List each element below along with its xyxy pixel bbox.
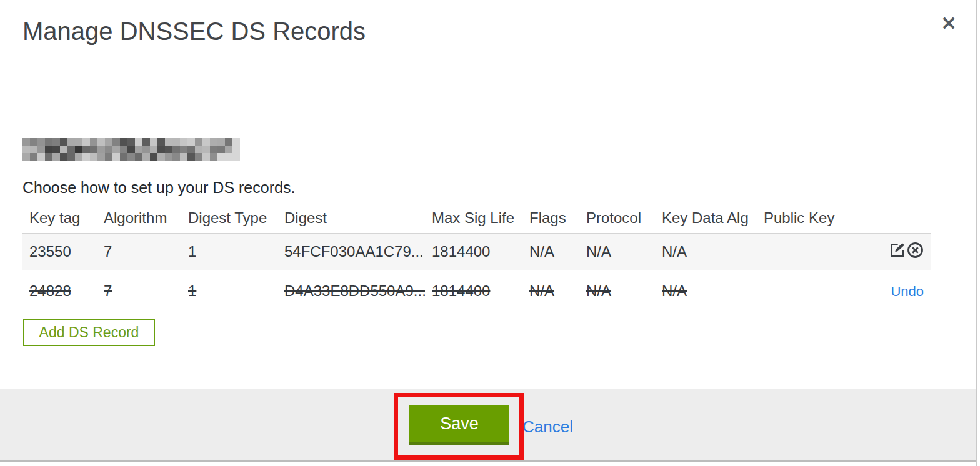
table-row: 24828 7 1 D4A33E8DD550A9... 1814400 N/A … bbox=[22, 270, 931, 312]
close-icon[interactable]: ✕ bbox=[936, 11, 961, 36]
cell-public-key bbox=[757, 270, 851, 312]
column-header-digest-type: Digest Type bbox=[181, 203, 278, 233]
cell-max-sig-life: 1814400 bbox=[425, 270, 522, 312]
add-ds-record-button[interactable]: Add DS Record bbox=[23, 319, 155, 346]
cell-max-sig-life: 1814400 bbox=[425, 233, 522, 270]
column-header-algorithm: Algorithm bbox=[97, 203, 181, 233]
cell-flags: N/A bbox=[522, 233, 579, 270]
cell-key-data-alg: N/A bbox=[655, 270, 757, 312]
ds-records-table: Key tag Algorithm Digest Type Digest Max… bbox=[22, 203, 931, 312]
cell-key-data-alg: N/A bbox=[655, 233, 757, 270]
cell-protocol: N/A bbox=[579, 270, 655, 312]
edit-record-icon[interactable] bbox=[889, 242, 906, 259]
column-header-protocol: Protocol bbox=[579, 203, 655, 233]
column-header-flags: Flags bbox=[522, 203, 579, 233]
table-header-row: Key tag Algorithm Digest Type Digest Max… bbox=[22, 203, 931, 233]
cell-digest: D4A33E8DD550A9... bbox=[278, 270, 425, 312]
cell-digest-type: 1 bbox=[181, 270, 278, 312]
instruction-text: Choose how to set up your DS records. bbox=[22, 179, 295, 197]
save-button[interactable]: Save bbox=[409, 405, 509, 445]
cell-public-key bbox=[757, 233, 851, 270]
cell-algorithm: 7 bbox=[97, 270, 181, 312]
column-header-max-sig-life: Max Sig Life bbox=[425, 203, 522, 233]
cell-digest: 54FCF030AA1C79... bbox=[278, 233, 425, 270]
cell-protocol: N/A bbox=[579, 233, 655, 270]
table-row: 23550 7 1 54FCF030AA1C79... 1814400 N/A … bbox=[22, 233, 931, 270]
cell-flags: N/A bbox=[522, 270, 579, 312]
column-header-digest: Digest bbox=[278, 203, 425, 233]
column-header-public-key: Public Key bbox=[757, 203, 851, 233]
page-title: Manage DNSSEC DS Records bbox=[22, 17, 366, 46]
cell-algorithm: 7 bbox=[97, 233, 181, 270]
column-header-key-data-alg: Key Data Alg bbox=[655, 203, 757, 233]
column-header-key-tag: Key tag bbox=[22, 203, 97, 233]
delete-record-icon[interactable] bbox=[907, 242, 924, 259]
dialog-right-border bbox=[976, 0, 978, 466]
undo-link[interactable]: Undo bbox=[891, 284, 924, 299]
cell-key-tag: 23550 bbox=[22, 233, 97, 270]
cancel-link[interactable]: Cancel bbox=[522, 417, 573, 437]
redacted-domain-name bbox=[22, 138, 240, 161]
column-header-actions bbox=[851, 203, 931, 233]
cell-key-tag: 24828 bbox=[22, 270, 97, 312]
dnssec-dialog: Manage DNSSEC DS Records ✕ Choose how to… bbox=[0, 0, 980, 466]
cell-digest-type: 1 bbox=[181, 233, 278, 270]
